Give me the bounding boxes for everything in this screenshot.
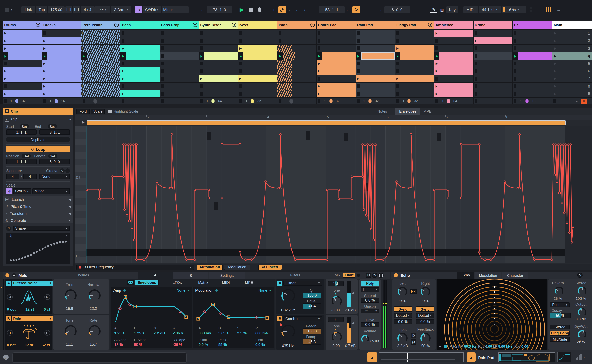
arrangement-view-toggle[interactable]: ≡ [555,6,563,13]
param-s[interactable]: S-12 dB [154,326,173,335]
poly-button[interactable]: Poly [361,281,380,286]
clip-slot[interactable] [513,45,552,52]
beat-ruler[interactable]: 12345678 [75,115,592,120]
clip[interactable]: ▶ [42,83,81,90]
clip-overview-toggle[interactable]: ▲ [367,352,377,362]
clip-slot[interactable]: ▶ [3,30,42,37]
loop-start-field[interactable]: 53. 1. 1 [319,6,344,13]
device-refresh-icon[interactable]: ↻ [372,273,377,278]
clip[interactable]: ▶ [81,45,120,52]
echo-title[interactable]: Echo [401,273,410,278]
track-menu-icon[interactable]: ≡ [114,23,119,27]
clip-slot[interactable] [199,68,238,75]
voice-count-selector[interactable]: 8▼ [361,287,380,292]
clip-slot[interactable] [474,83,513,90]
clip-slot[interactable]: ▶ [316,68,355,75]
param-d[interactable]: D1.25 s [134,326,153,335]
scene-slot[interactable]: ▶1 [552,30,592,37]
play-button[interactable]: ▶ [238,6,246,13]
key-map-button[interactable]: Key [447,6,458,13]
clip-slot[interactable]: ▶ [120,45,159,52]
clip-slot[interactable] [42,30,81,37]
clip-slot[interactable]: ▶ [42,60,81,67]
clip-slot[interactable]: ▶ [42,52,81,59]
track-header-rain-pad[interactable]: Rain Pad [356,21,395,29]
clip[interactable]: ▶ [42,68,81,75]
clip[interactable]: ▶ [395,75,434,82]
reverb-routing-selector[interactable]: Post▼ [550,302,570,307]
clip-slot[interactable] [513,90,552,97]
generator-refresh-icon[interactable]: ↻ [6,226,11,231]
amp-envelope-curve[interactable] [113,294,190,324]
clip-slot[interactable] [238,83,277,90]
track-fold-icon[interactable]: ▼ [36,23,40,27]
scale-fold-button[interactable]: Scale [91,109,105,114]
clip-slot[interactable]: ▶ [3,52,42,59]
clip-slot[interactable]: ▶ [238,75,277,82]
quantize-menu[interactable]: 2 Bars▾ [111,6,131,13]
clip-slot[interactable]: ▶ [238,52,277,59]
signature-numerator-field[interactable]: 4 [6,174,19,179]
clip[interactable]: ▶ [81,37,120,44]
modulation-tab[interactable]: Modulation [224,264,250,270]
info-icon[interactable]: i [3,355,9,360]
clip-slot[interactable]: ▶ [81,60,120,67]
global-drive-field[interactable]: 0.0 % [361,322,380,327]
echo-right-mode-selector[interactable]: Dotted▼ [416,313,434,318]
clip-slot[interactable]: ▶ [42,68,81,75]
clip-slot[interactable] [356,60,395,67]
clip-slot[interactable]: ▶ [316,90,355,97]
follow-button[interactable]: →·· [198,6,206,13]
rate-value[interactable]: 16.7 [83,342,104,346]
clip[interactable]: ▶ [277,83,292,90]
clip-scale-icon[interactable]: ♭♯ [6,188,12,194]
narrow-knob[interactable] [88,288,102,302]
clip[interactable]: ▶ [316,68,355,75]
echo-left-division[interactable]: 1/16 [393,299,412,303]
capture-midi-button[interactable]: ⌞⌝ [294,6,301,13]
fold-button[interactable]: Fold [76,109,90,114]
echo-right-division[interactable]: 1/16 [416,299,435,303]
playing-clip[interactable] [47,52,81,59]
track-status[interactable]: 132 [356,98,395,104]
track-header-synth-riser[interactable]: Synth Riser▼ [199,21,238,29]
freq-knob[interactable] [64,288,78,302]
track-header-flangy-pad[interactable]: Flangy Pad▼ [395,21,434,29]
main-status[interactable]: ▶|≣ [552,98,592,104]
param-r-slope[interactable]: R Slope-36 % [173,338,191,347]
track-header-pads[interactable]: Pads≡ [277,21,316,29]
mix-b-level-value[interactable]: 6.7 dB [343,344,358,348]
clip-slot[interactable] [199,90,238,97]
clip-slot[interactable] [513,83,552,90]
subtab-lfos[interactable]: LFOs [173,280,182,285]
subtab-mpe[interactable]: MPE [245,280,253,285]
clip-slot[interactable] [277,30,316,37]
track-header-breaks[interactable]: Breaks [42,21,81,29]
clip[interactable]: ▶ [3,90,42,97]
clip[interactable]: ▶ [120,75,159,82]
clip-slot[interactable] [3,83,42,90]
clip[interactable]: ▶ [199,75,238,82]
nudge-up-button[interactable]: |||| [73,6,80,13]
engine-a-selector[interactable]: Filtered Noise▼ [12,281,53,286]
overdub-button[interactable]: + [270,6,277,13]
clip-slot[interactable]: ▶ [81,30,120,37]
subtab-envelopes[interactable]: Envelopes [135,280,159,285]
track-header-bass-drop[interactable]: Bass Drop▼ [160,21,198,29]
echo-filter-bar[interactable]: ▶ Filter HP 50.0 Hz Res 0.00 LP 5.00 kHz… [437,344,547,349]
envelope-target-selector[interactable]: B Filter Frequency ▼ [76,264,194,270]
track-fold-icon[interactable]: ▼ [193,23,197,27]
clip[interactable]: ▶ [395,45,434,52]
track-fold-icon[interactable]: ▼ [232,23,237,27]
clip-slot[interactable] [160,75,198,82]
session-record-button[interactable]: ○ [302,6,309,13]
clip-slot[interactable] [395,68,434,75]
clip-slot[interactable] [160,83,198,90]
punch-out-button[interactable]: ⌐ [377,6,384,13]
meld-expand-icon[interactable]: ▶ [12,273,16,277]
clip[interactable]: ▶ [474,37,513,44]
clip-end-field[interactable]: 9. 1. 1 [39,130,70,135]
signature-denominator-field[interactable]: 4 [23,174,37,179]
drive-slider[interactable]: 41.4 [303,303,322,309]
feedb-slider[interactable]: 100.0 [303,328,322,334]
